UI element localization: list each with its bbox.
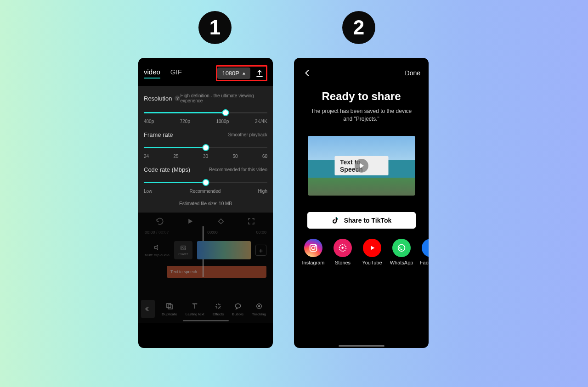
svg-point-11 [315,245,316,246]
fr-tick: 30 [203,154,208,159]
fr-tick: 24 [144,154,149,159]
fullscreen-icon[interactable] [247,217,255,225]
chevron-left-icon [145,306,151,312]
framerate-hint: Smoother playback [228,132,267,137]
done-link[interactable]: Done [405,69,420,77]
share-options: Instagram Stories YouTube WhatsApp Faceb… [302,239,429,265]
cr-tick: High [258,189,267,194]
framerate-slider[interactable] [144,143,267,153]
svg-marker-1 [189,219,193,224]
tool-effects[interactable]: Effects [213,302,224,316]
res-tick: 1080p [216,119,229,124]
instagram-icon [308,243,318,253]
keyframe-icon[interactable] [217,217,225,225]
resolution-label: Resolution [144,95,172,102]
export-button[interactable] [255,69,264,78]
share-whatsapp[interactable]: WhatsApp [390,239,413,265]
step-badge-2: 2 [342,11,375,44]
coderate-label: Code rate (Mbps) [144,166,190,173]
upload-icon [255,69,264,78]
back-button[interactable] [141,300,155,318]
svg-rect-2 [218,219,223,224]
tiktok-button-label: Share to TikTok [344,217,392,224]
share-to-tiktok-button[interactable]: Share to TikTok [307,212,416,229]
cover-button[interactable]: Cover [174,241,192,259]
tab-video[interactable]: video [144,68,160,79]
coderate-slider[interactable] [144,178,267,188]
editor-background: 00:00 / 00:07 00:00 00:00 Mute clip audi… [138,213,273,323]
fr-tick: 25 [173,154,178,159]
tool-lasting-text[interactable]: Lasting text [186,302,204,316]
tab-gif[interactable]: GIF [170,68,182,79]
tool-tracking[interactable]: Tracking [252,302,266,316]
play-icon [355,159,368,173]
home-indicator [339,345,384,347]
share-facebook[interactable]: Facebook [420,239,429,265]
svg-point-14 [398,244,405,251]
highlight-box: 1080P [216,65,267,81]
facebook-icon [426,243,429,253]
res-tick: 480p [144,119,154,124]
back-button[interactable] [302,68,312,78]
svg-rect-5 [168,305,172,309]
estimated-size: Estimated file size: 10 MB [144,201,267,206]
res-tick: 2K/4K [255,119,267,124]
cr-tick: Low [144,189,152,194]
fr-tick: 60 [262,154,267,159]
share-youtube[interactable]: YouTube [361,239,383,265]
speaker-icon [153,244,161,251]
image-icon [180,245,187,251]
tool-bubble[interactable]: Bubble [232,302,243,316]
tts-track[interactable]: Text to speech [167,266,266,278]
svg-marker-0 [243,72,245,74]
youtube-icon [367,243,377,253]
whatsapp-icon [396,243,407,253]
video-clip[interactable] [197,241,251,259]
svg-point-10 [311,246,315,249]
phone-ready-to-share: Done Ready to share The project has been… [294,58,429,348]
tiktok-icon [331,216,339,224]
video-thumbnail[interactable]: Text to Speech [308,136,415,196]
cr-tick: Recommended [152,189,258,194]
resolution-slider[interactable] [144,108,267,118]
home-indicator [183,320,229,321]
framerate-label: Frame rate [144,131,173,138]
share-stories[interactable]: Stories [332,239,354,265]
share-instagram[interactable]: Instagram [302,239,324,265]
res-tick: 720p [180,119,190,124]
play-icon[interactable] [186,217,194,225]
svg-marker-13 [371,246,374,250]
svg-point-6 [235,303,241,308]
page-subtitle: The project has been saved to the device… [308,107,415,123]
svg-point-8 [258,305,260,307]
step-badge-1: 1 [198,11,232,44]
tool-duplicate[interactable]: Duplicate [162,302,177,316]
resolution-hint: High definition - the ultimate viewing e… [180,93,267,103]
resolution-value: 1080P [222,70,239,77]
mute-clip-audio[interactable]: Mute clip audio [145,244,170,257]
undo-icon[interactable] [156,217,164,225]
svg-rect-4 [167,303,171,308]
page-title: Ready to share [294,90,429,103]
resolution-dropdown[interactable]: 1080P [217,67,250,79]
phone-export-settings: video GIF 1080P Resolution ? [138,58,273,348]
stories-icon [338,243,348,253]
export-tabs: video GIF 1080P [138,58,273,86]
help-icon[interactable]: ? [175,95,180,101]
fr-tick: 50 [232,154,237,159]
coderate-hint: Recommended for this video [209,167,267,172]
chevron-up-icon [242,72,246,75]
add-clip-button[interactable]: + [255,245,266,256]
